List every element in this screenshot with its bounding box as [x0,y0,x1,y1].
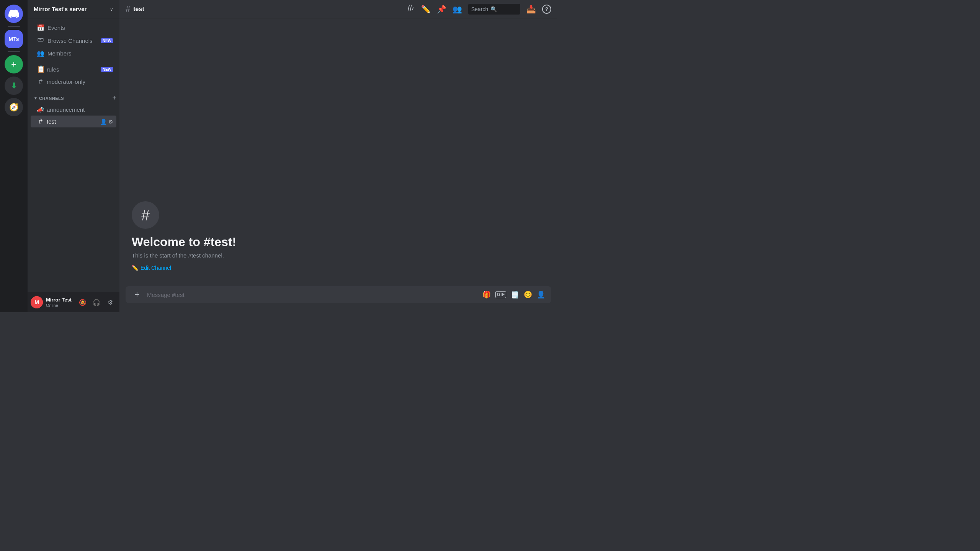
pin-icon[interactable]: 📌 [437,5,446,14]
message-input-box: + 🎁 GIF 🗒️ 😊 👤 [126,286,551,303]
rules-icon: 📋 [37,65,44,73]
channel-welcome-icon: # [132,201,159,229]
moderator-icon: # [37,78,44,86]
search-bar[interactable]: Search 🔍 [468,4,520,15]
server-header[interactable]: Mirror Test's server ∨ [28,0,119,18]
settings-icon: ⚙ [108,299,113,306]
add-attachment-button[interactable]: + [132,289,142,300]
message-input-actions: 🎁 GIF 🗒️ 😊 👤 [482,290,545,299]
announcement-icon: 📣 [37,106,44,113]
message-input-area: + 🎁 GIF 🗒️ 😊 👤 [119,286,557,312]
channel-welcome-desc: This is the start of the #test channel. [132,252,545,259]
download-button[interactable]: ⬇ [5,77,23,95]
user-name: Mirror Test [46,297,74,303]
edit-channel-text: Edit Channel [140,265,171,271]
browse-channels-badge: NEW [101,38,113,43]
channels-category[interactable]: ▼ CHANNELS + [28,88,119,104]
emoji-icon[interactable]: 😊 [524,290,532,299]
main-content: # test ✏️ 📌 👥 Search 🔍 📥 ? [119,0,557,312]
events-label: Events [47,24,113,31]
channel-settings-icon[interactable]: ⚙ [108,119,113,125]
message-input[interactable] [147,292,478,298]
members-label: Members [47,50,113,57]
discord-home-button[interactable] [5,5,23,23]
server-name: Mirror Test's server [34,6,107,12]
user-controls: 🔕 🎧 ⚙ [77,296,116,308]
test-channel-name: test [47,118,98,125]
top-bar-actions: ✏️ 📌 👥 Search 🔍 📥 ? [407,4,551,15]
user-avatar: M [31,296,43,308]
moderator-name: moderator-only [47,78,113,85]
svg-text:M: M [34,299,39,305]
channel-welcome-title: Welcome to #test! [132,235,545,249]
edit-channel-pencil-icon: ✏️ [132,265,138,271]
channel-item-test[interactable]: # test 👤 ⚙ [31,116,116,127]
user-area: M Mirror Test Online 🔕 🎧 ⚙ [28,292,119,312]
server-sidebar: MTs + ⬇ 🧭 [0,0,28,312]
user-settings-button[interactable]: ⚙ [104,296,116,308]
user-status: Online [46,303,74,308]
members-toggle-icon[interactable]: 👥 [452,5,462,14]
chat-area: # Welcome to #test! This is the start of… [119,18,557,312]
edit-icon[interactable]: ✏️ [421,5,431,14]
top-bar: # test ✏️ 📌 👥 Search 🔍 📥 ? [119,0,557,18]
slash-icon[interactable] [407,4,415,14]
add-server-button[interactable]: + [5,55,23,73]
test-channel-icon: # [37,117,44,126]
edit-channel-link[interactable]: ✏️ Edit Channel [132,265,545,271]
add-channel-button[interactable]: + [112,94,116,102]
members-icon: 👥 [37,50,44,57]
events-icon: 📅 [37,24,44,31]
sidebar-item-events[interactable]: 📅 Events [31,22,116,34]
members-activity-icon[interactable]: 👤 [537,290,545,299]
server-icon-mt[interactable]: MTs [5,30,23,48]
server-divider [8,26,20,27]
deafen-button[interactable]: 🎧 [90,296,103,308]
browse-channels-icon [37,36,44,45]
channel-actions: 👤 ⚙ [100,119,113,125]
gif-button[interactable]: GIF [495,291,506,298]
browse-channels-label: Browse Channels [47,37,98,44]
headphones-icon: 🎧 [93,299,100,306]
sidebar-item-members[interactable]: 👥 Members [31,47,116,59]
server-divider-2 [8,51,20,52]
explore-button[interactable]: 🧭 [5,98,23,116]
help-icon[interactable]: ? [542,5,551,14]
rules-name: rules [47,66,98,73]
announcement-name: announcement [47,106,113,113]
channel-list: 📅 Events Browse Channels NEW 👥 Members 📋… [28,18,119,292]
rules-badge: NEW [101,67,113,72]
channel-sidebar: Mirror Test's server ∨ 📅 Events Browse C… [28,0,119,312]
messages-area: # Welcome to #test! This is the start of… [119,18,557,286]
mute-icon: 🔕 [79,299,87,306]
channel-header-name: test [133,6,144,13]
user-info: Mirror Test Online [46,297,74,308]
add-members-icon[interactable]: 👤 [100,119,107,125]
gift-icon[interactable]: 🎁 [482,290,491,299]
channels-collapse-icon: ▼ [34,96,38,100]
channel-item-announcement[interactable]: 📣 announcement [31,104,116,115]
channels-category-name: CHANNELS [39,96,111,101]
mute-button[interactable]: 🔕 [77,296,89,308]
channel-item-moderator[interactable]: # moderator-only [31,76,116,88]
sidebar-item-browse-channels[interactable]: Browse Channels NEW [31,34,116,47]
inbox-icon[interactable]: 📥 [526,5,536,14]
sticker-icon[interactable]: 🗒️ [511,290,519,299]
channel-header-hash-icon: # [126,4,130,14]
search-placeholder-text: Search [471,6,488,12]
channel-item-rules[interactable]: 📋 rules NEW [31,63,116,75]
search-icon: 🔍 [490,6,497,12]
channel-welcome: # Welcome to #test! This is the start of… [119,201,557,279]
server-chevron-icon: ∨ [110,7,113,12]
